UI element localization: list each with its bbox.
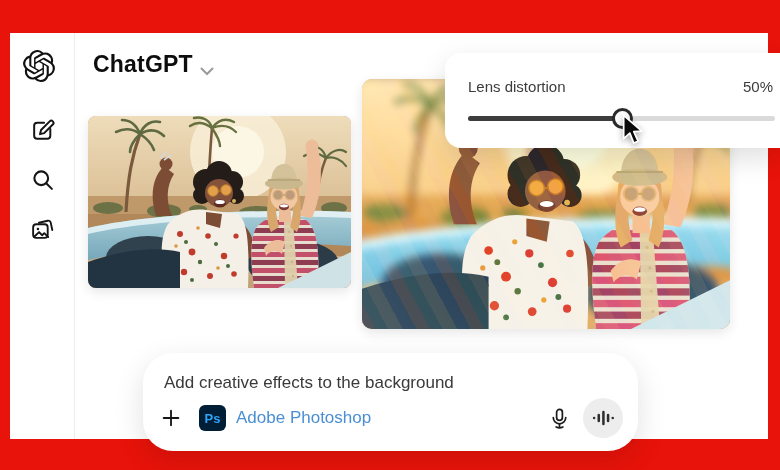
library-button[interactable] — [24, 211, 60, 247]
search-icon — [30, 167, 55, 192]
microphone-icon — [548, 407, 571, 430]
dictate-button[interactable] — [543, 402, 575, 434]
slider-fill — [468, 116, 622, 121]
marketing-frame: ChatGPT — [0, 0, 780, 470]
lens-distortion-panel: Lens distortion 50% — [445, 53, 780, 148]
voice-waveform-icon — [592, 407, 614, 429]
lens-distortion-slider[interactable] — [468, 108, 775, 128]
plus-icon — [160, 407, 182, 429]
original-photo[interactable] — [88, 116, 351, 288]
slider-thumb[interactable] — [612, 108, 633, 129]
model-switcher[interactable]: ChatGPT — [93, 51, 214, 78]
voice-mode-button[interactable] — [583, 398, 623, 438]
composer-toolbar: Ps Adobe Photoshop — [155, 397, 623, 439]
chevron-down-icon — [200, 62, 214, 71]
new-chat-button[interactable] — [24, 112, 60, 148]
sidebar-divider — [74, 33, 75, 439]
photo-scene — [88, 116, 351, 288]
attach-button[interactable] — [155, 402, 187, 434]
app-title: ChatGPT — [93, 51, 193, 78]
composer-card: Add creative effects to the background P… — [143, 353, 638, 451]
photoshop-badge-icon: Ps — [199, 405, 226, 431]
search-button[interactable] — [24, 161, 60, 197]
compose-icon — [30, 118, 55, 143]
slider-label: Lens distortion — [468, 78, 566, 95]
openai-logo-icon[interactable] — [23, 50, 55, 82]
slider-value: 50% — [743, 78, 773, 95]
photoshop-connector-chip[interactable]: Ps Adobe Photoshop — [199, 405, 371, 431]
composer-input[interactable]: Add creative effects to the background — [164, 373, 454, 393]
images-library-icon — [30, 217, 55, 242]
connector-name: Adobe Photoshop — [236, 408, 371, 428]
